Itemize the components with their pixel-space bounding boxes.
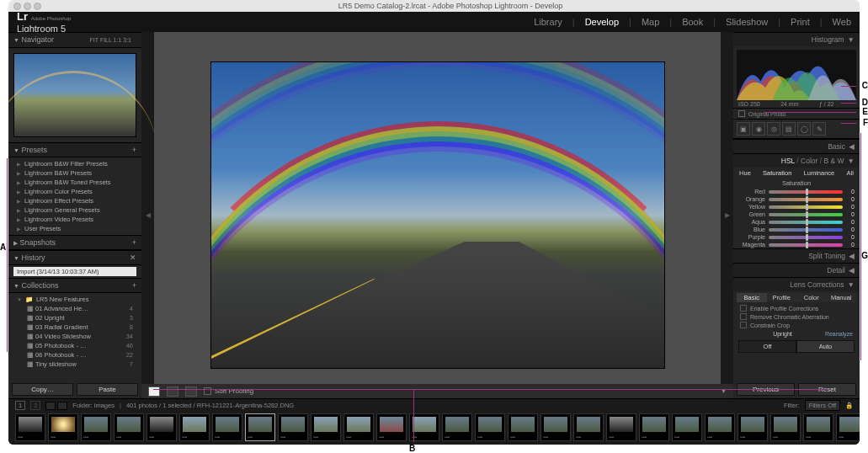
filmstrip-thumb[interactable]: • • • • • [672, 413, 702, 441]
filmstrip-thumb[interactable]: • • • • • [179, 413, 210, 441]
hsl-tabs[interactable]: HueSaturationLuminanceAll [733, 168, 860, 179]
lens-tab-basic[interactable]: Basic [737, 293, 767, 302]
filmstrip-thumb[interactable]: • • • • • [836, 413, 860, 441]
filmstrip-thumb[interactable]: • • • • • [541, 413, 571, 441]
saturation-orange-slider[interactable]: Orange0 [733, 195, 860, 203]
saturation-red-slider[interactable]: Red0 [733, 188, 860, 195]
saturation-blue-slider[interactable]: Blue0 [733, 226, 860, 233]
navigator-header[interactable]: ▼ NavigatorFIT FILL 1:1 3:1 [8, 32, 141, 48]
filters-off-button[interactable]: Filters Off [805, 400, 840, 411]
filter-lock-icon[interactable]: 🔒 [845, 402, 853, 409]
collection-item[interactable]: ▦ 01 Advanced He…4 [8, 304, 141, 313]
canvas[interactable] [154, 32, 721, 398]
grad-tool-icon[interactable]: ▤ [782, 122, 796, 136]
filmstrip-thumb[interactable]: • • • • • [573, 413, 604, 441]
hsl-tab-hue[interactable]: Hue [739, 169, 751, 177]
paste-button[interactable]: Paste [77, 383, 138, 396]
filmstrip-path[interactable]: Folder: images [72, 402, 114, 409]
original-photo-checkbox[interactable]: Original Photo [733, 108, 860, 119]
filmstrip-thumb[interactable]: • • • • • [278, 413, 308, 441]
upright-auto[interactable]: Auto [796, 340, 855, 353]
lens-tab-profile[interactable]: Profile [767, 293, 797, 302]
filmstrip-thumb[interactable]: • • • • • [48, 413, 78, 441]
module-develop[interactable]: Develop [585, 17, 619, 27]
histogram-header[interactable]: Histogram▼ [733, 32, 860, 46]
hsl-tab-saturation[interactable]: Saturation [763, 169, 791, 177]
history-header[interactable]: ▼ History✕ [8, 250, 141, 265]
split-toning-header[interactable]: Split Toning◀ [733, 248, 860, 263]
saturation-magenta-slider[interactable]: Magenta0 [733, 241, 860, 248]
before-after-button[interactable] [167, 386, 178, 397]
collection-item[interactable]: ▦ 02 Upright3 [8, 313, 141, 322]
module-book[interactable]: Book [682, 17, 703, 27]
module-slideshow[interactable]: Slideshow [726, 17, 768, 27]
filmstrip-thumbs[interactable]: • • • • •• • • • •• • • • •• • • • •• • … [8, 412, 860, 445]
lens-check[interactable]: Constrain Crop [733, 321, 860, 329]
lens-tab-color[interactable]: Color [796, 293, 827, 302]
second-monitor-2-button[interactable]: 2 [30, 401, 40, 410]
collection-item[interactable]: ▦ 05 Photobook - …46 [8, 341, 141, 350]
upright-segment[interactable]: OffAuto [738, 340, 855, 353]
lens-check[interactable]: Remove Chromatic Aberration [733, 312, 860, 321]
reanalyze-link[interactable]: Reanalyze [825, 331, 853, 337]
collection-item[interactable]: ▦ Tiny slideshow7 [8, 360, 141, 369]
hsl-header[interactable]: HSL / Color / B & W▼ [733, 153, 860, 168]
filmstrip-thumb[interactable]: • • • • • [81, 413, 111, 441]
module-library[interactable]: Library [534, 17, 562, 27]
module-print[interactable]: Print [791, 17, 810, 27]
filmstrip-thumb[interactable]: • • • • • [475, 413, 505, 441]
lens-tabs[interactable]: BasicProfileColorManual [733, 291, 860, 304]
basic-header[interactable]: Basic◀ [733, 139, 860, 153]
second-monitor-button[interactable]: 1 [15, 401, 25, 410]
filmstrip-thumb[interactable]: • • • • • [146, 413, 177, 441]
right-panel-collapse[interactable] [721, 32, 733, 398]
filmstrip-thumb[interactable]: • • • • • [311, 413, 341, 441]
saturation-green-slider[interactable]: Green0 [733, 211, 860, 218]
module-map[interactable]: Map [642, 17, 659, 27]
module-web[interactable]: Web [833, 17, 851, 27]
filmstrip-thumb[interactable]: • • • • • [639, 413, 669, 441]
histogram[interactable] [737, 50, 856, 100]
loupe-view-button[interactable] [148, 386, 160, 397]
radial-tool-icon[interactable]: ◯ [797, 122, 811, 136]
filmstrip-thumb[interactable]: • • • • • [738, 413, 768, 441]
filmstrip-thumb[interactable]: • • • • • [212, 413, 242, 441]
detail-header[interactable]: Detail◀ [733, 263, 860, 277]
spot-tool-icon[interactable]: ◉ [752, 122, 765, 136]
saturation-purple-slider[interactable]: Purple0 [733, 233, 860, 241]
filmstrip-thumb[interactable]: • • • • • [508, 413, 538, 441]
history-entry[interactable]: Import (3/14/13 10:03:37 AM) [13, 267, 136, 276]
navigator-preview[interactable] [13, 53, 136, 137]
brush-tool-icon[interactable]: ✎ [812, 122, 826, 136]
left-panel-collapse[interactable] [141, 32, 154, 398]
hsl-tab-luminance[interactable]: Luminance [804, 169, 835, 177]
lens-check[interactable]: Enable Profile Corrections [733, 304, 860, 312]
filmstrip-nav[interactable] [45, 402, 67, 410]
saturation-yellow-slider[interactable]: Yellow0 [733, 203, 860, 211]
redeye-tool-icon[interactable]: ◎ [767, 122, 780, 136]
saturation-aqua-slider[interactable]: Aqua0 [733, 218, 860, 226]
filmstrip-thumb[interactable]: • • • • • [245, 413, 275, 441]
window-controls[interactable] [13, 3, 41, 10]
lens-corrections-header[interactable]: Lens Corrections▼ [733, 277, 860, 291]
collection-set[interactable]: ▼📁 LR5 New Features [8, 295, 141, 304]
upright-off[interactable]: Off [738, 340, 796, 353]
lens-tab-manual[interactable]: Manual [827, 293, 857, 302]
filmstrip-thumb[interactable]: • • • • • [376, 413, 407, 441]
collections-header[interactable]: ▼ Collections+ [8, 278, 141, 293]
filmstrip-thumb[interactable]: • • • • • [606, 413, 636, 441]
filmstrip-thumb[interactable]: • • • • • [803, 413, 833, 441]
hsl-tab-all[interactable]: All [846, 169, 853, 177]
filmstrip-thumb[interactable]: • • • • • [770, 413, 801, 441]
compare-button[interactable] [185, 386, 197, 397]
copy-button[interactable]: Copy… [12, 383, 73, 396]
collection-item[interactable]: ▦ 04 Video Slideshow34 [8, 332, 141, 341]
crop-tool-icon[interactable]: ▣ [737, 122, 750, 136]
filmstrip-thumb[interactable]: • • • • • [442, 413, 472, 441]
filmstrip-thumb[interactable]: • • • • • [343, 413, 374, 441]
filmstrip-thumb[interactable]: • • • • • [15, 413, 45, 441]
collection-item[interactable]: ▦ 06 Photobook - …22 [8, 350, 141, 360]
filmstrip-thumb[interactable]: • • • • • [705, 413, 735, 441]
collection-item[interactable]: ▦ 03 Radial Gradient8 [8, 322, 141, 332]
filmstrip-thumb[interactable]: • • • • • [114, 413, 144, 441]
